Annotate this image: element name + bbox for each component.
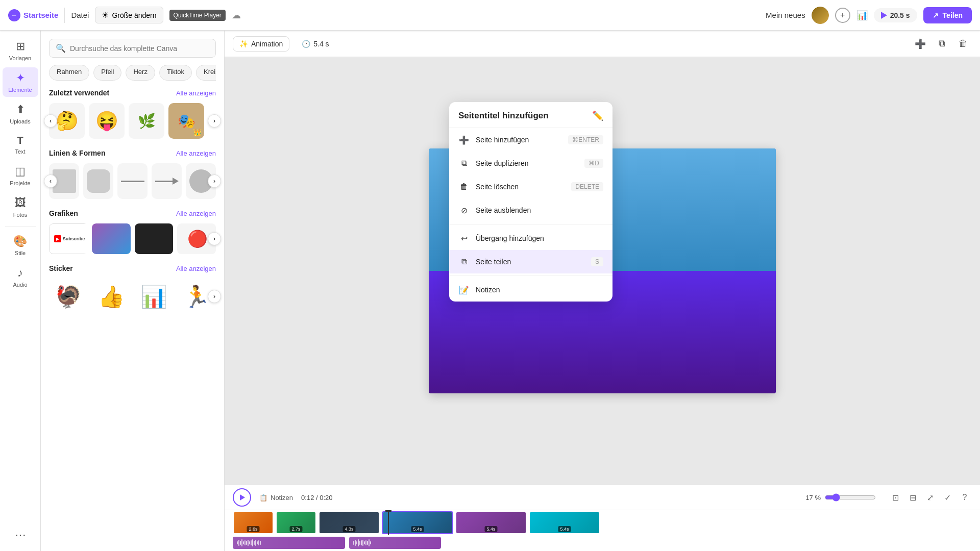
- timer-value: 20.5 s: [890, 11, 910, 19]
- ctx-notes[interactable]: 📝 Notizen: [449, 278, 612, 302]
- help-icon[interactable]: ?: [958, 490, 972, 505]
- thumb-3[interactable]: 4.3s: [318, 511, 380, 534]
- shape-arrow[interactable]: [152, 163, 182, 199]
- notizen-icon: 📋: [259, 494, 267, 502]
- delete-page-icon[interactable]: 🗑: [954, 35, 972, 53]
- sidebar-item-audio[interactable]: ♪ Audio: [3, 262, 38, 292]
- user-avatar[interactable]: [812, 7, 829, 24]
- thumb-6[interactable]: 5.4s: [529, 511, 600, 534]
- grid-view-icon[interactable]: ⊟: [905, 490, 920, 505]
- datei-button[interactable]: Datei: [71, 11, 89, 19]
- share-button[interactable]: ↗ Teilen: [923, 7, 972, 23]
- ctx-add-page[interactable]: ➕ Seite hinzufügen ⌘ENTER: [449, 128, 612, 152]
- home-button[interactable]: ← Startseite: [8, 9, 58, 21]
- duration-label: 5.4 s: [313, 40, 329, 48]
- thumb-2[interactable]: 2.7s: [276, 511, 316, 534]
- vorlagen-icon: ⊞: [16, 40, 25, 53]
- fotos-icon: 🖼: [15, 196, 26, 210]
- play-button[interactable]: [233, 488, 251, 507]
- sticker-nav-right[interactable]: ›: [208, 290, 221, 303]
- grafiken-nav-right[interactable]: ›: [208, 232, 221, 245]
- clock-icon: 🕐: [302, 40, 310, 48]
- sidebar-item-vorlagen[interactable]: ⊞ Vorlagen: [3, 36, 38, 65]
- chip-herz[interactable]: Herz: [126, 65, 155, 81]
- zoom-slider[interactable]: [825, 493, 876, 502]
- share-label: Teilen: [943, 11, 963, 19]
- recent-nav-right[interactable]: ›: [208, 114, 221, 128]
- context-menu: Seitentitel hinzufügen ✏️ ➕ Seite hinzuf…: [449, 102, 612, 302]
- thumb-1[interactable]: 2.6s: [233, 511, 274, 534]
- sidebar-item-elemente[interactable]: ✦ Elemente: [3, 67, 38, 97]
- sidebar-item-fotos[interactable]: 🖼 Fotos: [3, 192, 38, 222]
- search-input[interactable]: [70, 44, 209, 53]
- stats-icon[interactable]: 📊: [856, 10, 868, 21]
- add-page-icon[interactable]: ➕: [912, 35, 929, 53]
- shape-line[interactable]: [117, 163, 148, 199]
- duplicate-label: Seite duplizieren: [476, 159, 529, 167]
- playhead[interactable]: [388, 510, 389, 535]
- copy-page-icon[interactable]: ⧉: [933, 35, 950, 53]
- ctx-hide-page[interactable]: ⊘ Seite ausblenden: [449, 198, 612, 222]
- add-collaborator-button[interactable]: +: [835, 8, 850, 23]
- sidebar-item-projekte[interactable]: ◫ Projekte: [3, 161, 38, 190]
- sticker-item-3[interactable]: 📊: [135, 279, 174, 314]
- chip-tiktok[interactable]: Tiktok: [159, 65, 192, 81]
- add-page-ctx-icon: ➕: [458, 134, 470, 145]
- context-menu-title: Seitentitel hinzufügen: [458, 111, 549, 121]
- graphic-item-2[interactable]: [92, 223, 131, 254]
- graphic-item-1[interactable]: ▶Subscribe: [49, 223, 88, 254]
- ctx-delete-page[interactable]: 🗑 Seite löschen DELETE: [449, 175, 612, 198]
- shapes-nav-right[interactable]: ›: [208, 174, 221, 188]
- recent-nav-left[interactable]: ‹: [44, 114, 57, 128]
- ctx-duplicate-page[interactable]: ⧉ Seite duplizieren ⌘D: [449, 152, 612, 175]
- groesse-button[interactable]: ☀ Größe ändern: [95, 7, 163, 23]
- lines-shapes-see-all[interactable]: Alle anzeigen: [176, 149, 216, 157]
- duration-button[interactable]: 🕐 5.4 s: [296, 37, 335, 51]
- recent-item-2[interactable]: 😝: [89, 103, 125, 139]
- audio-track-1[interactable]: [233, 537, 345, 549]
- transition-icon: ↩: [458, 233, 470, 244]
- sidebar-item-text[interactable]: T Text: [3, 131, 38, 159]
- thumb-4[interactable]: 5.4s: [382, 511, 453, 534]
- audio-track-2[interactable]: [349, 537, 441, 549]
- chip-rahmen[interactable]: Rahmen: [49, 65, 89, 81]
- home-label: Startseite: [23, 11, 58, 19]
- transition-label: Übergang hinzufügen: [476, 234, 544, 242]
- split-shortcut: S: [591, 257, 603, 266]
- filter-chips: Rahmen Pfeil Herz Tiktok Kreis ›: [49, 65, 216, 81]
- thumb-5[interactable]: 5.4s: [455, 511, 527, 534]
- hide-label: Seite ausblenden: [476, 206, 531, 214]
- search-icon: 🔍: [56, 43, 66, 53]
- sticker-item-1[interactable]: 🦃: [49, 279, 88, 314]
- grafiken-see-all[interactable]: Alle anzeigen: [176, 210, 216, 217]
- shapes-nav-left[interactable]: ‹: [44, 174, 57, 188]
- sidebar-item-stile[interactable]: 🎨 Stile: [3, 231, 38, 260]
- notizen-label: Notizen: [271, 494, 293, 502]
- sticker-item-2[interactable]: 👍: [92, 279, 131, 314]
- text-icon: T: [17, 135, 23, 146]
- duplicate-icon: ⧉: [458, 158, 470, 169]
- thumbnail-view-icon[interactable]: ⊡: [888, 490, 902, 505]
- cloud-icon[interactable]: ☁: [232, 10, 241, 21]
- graphic-item-3[interactable]: [135, 223, 174, 254]
- notes-icon: 📝: [458, 284, 470, 295]
- recent-item-3[interactable]: 🌿: [129, 103, 164, 139]
- sticker-see-all[interactable]: Alle anzeigen: [176, 265, 216, 272]
- check-icon[interactable]: ✓: [940, 490, 954, 505]
- sidebar-item-uploads[interactable]: ⬆ Uploads: [3, 99, 38, 129]
- sidebar-item-more[interactable]: ⋯: [3, 524, 38, 546]
- ctx-split-page[interactable]: ⧉ Seite teilen S: [449, 250, 612, 273]
- animation-button[interactable]: ✨ Animation: [233, 36, 289, 52]
- notizen-button[interactable]: 📋 Notizen: [259, 494, 293, 502]
- expand-icon[interactable]: ⤢: [923, 490, 937, 505]
- recently-used-see-all[interactable]: Alle anzeigen: [176, 89, 216, 97]
- ctx-add-transition[interactable]: ↩ Übergang hinzufügen: [449, 227, 612, 250]
- chip-pfeil[interactable]: Pfeil: [93, 65, 121, 81]
- edit-icon[interactable]: ✏️: [592, 110, 603, 121]
- datei-label: Datei: [71, 11, 89, 19]
- play-timer-button[interactable]: 20.5 s: [874, 8, 917, 22]
- recent-item-4[interactable]: 🎭 👑: [168, 103, 204, 139]
- shape-rounded[interactable]: [83, 163, 113, 199]
- uploads-icon: ⬆: [16, 103, 25, 116]
- chip-kreis[interactable]: Kreis: [196, 65, 216, 81]
